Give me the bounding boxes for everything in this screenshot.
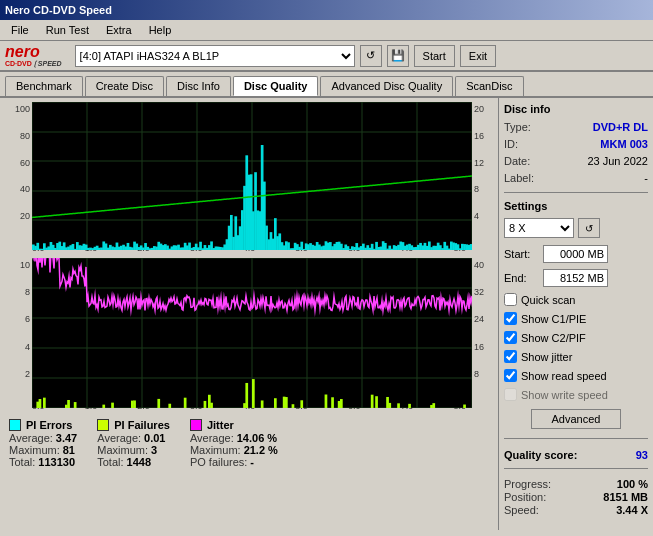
reload-button[interactable]: ↺: [360, 45, 382, 67]
upper-chart-canvas: [32, 102, 472, 250]
quality-row: Quality score: 93: [504, 449, 648, 461]
show-read-speed-checkbox[interactable]: [504, 369, 517, 382]
jitter-avg-value: 14.06 %: [237, 432, 277, 444]
exit-button[interactable]: Exit: [460, 45, 496, 67]
show-c2-pif-label: Show C2/PIF: [521, 332, 586, 344]
speed-select[interactable]: 8 X: [504, 218, 574, 238]
jitter-stats: Average: 14.06 % Maximum: 21.2 % PO fail…: [190, 432, 278, 468]
upper-y-left-40: 40: [20, 184, 30, 194]
jitter-color: [190, 419, 202, 431]
show-jitter-checkbox[interactable]: [504, 350, 517, 363]
settings-title: Settings: [504, 200, 648, 212]
disc-id-value: MKM 003: [600, 138, 648, 150]
tab-disc-info[interactable]: Disc Info: [166, 76, 231, 96]
advanced-button[interactable]: Advanced: [531, 409, 621, 429]
nero-logo-text: nero: [5, 44, 62, 60]
menu-help[interactable]: Help: [143, 22, 178, 38]
lower-chart-canvas: [32, 258, 472, 408]
disc-type-value: DVD+R DL: [593, 121, 648, 133]
pi-errors-label: PI Errors: [26, 419, 72, 431]
chart-area: 100 80 60 40 20 20 16 12 8 4 0.0: [0, 98, 498, 530]
tab-disc-quality[interactable]: Disc Quality: [233, 76, 319, 96]
menu-extra[interactable]: Extra: [100, 22, 138, 38]
speed-label: Speed:: [504, 504, 539, 516]
show-read-speed-label: Show read speed: [521, 370, 607, 382]
position-row: Position: 8151 MB: [504, 491, 648, 503]
pi-errors-stats: Average: 3.47 Maximum: 81 Total: 113130: [9, 432, 77, 468]
jitter-label: Jitter: [207, 419, 234, 431]
pi-failures-label: PI Failures: [114, 419, 170, 431]
show-c1-pie-checkbox[interactable]: [504, 312, 517, 325]
pi-failures-avg-value: 0.01: [144, 432, 165, 444]
speed-row-progress: Speed: 3.44 X: [504, 504, 648, 516]
quick-scan-checkbox[interactable]: [504, 293, 517, 306]
pi-failures-max-label: Maximum:: [97, 444, 148, 456]
pi-errors-total-label: Total:: [9, 456, 35, 468]
lower-y-left-2: 2: [25, 369, 30, 379]
upper-y-right-4: 4: [474, 211, 479, 221]
start-button[interactable]: Start: [414, 45, 455, 67]
show-c2-pif-row: Show C2/PIF: [504, 331, 648, 344]
side-panel: Disc info Type: DVD+R DL ID: MKM 003 Dat…: [498, 98, 653, 530]
tab-scandisc[interactable]: ScanDisc: [455, 76, 523, 96]
pi-errors-color: [9, 419, 21, 431]
pi-failures-color: [97, 419, 109, 431]
legend-pi-failures: PI Failures Average: 0.01 Maximum: 3 Tot…: [97, 419, 170, 468]
pi-failures-avg-label: Average:: [97, 432, 141, 444]
end-input[interactable]: [543, 269, 608, 287]
disc-type-row: Type: DVD+R DL: [504, 121, 648, 133]
disc-info-title: Disc info: [504, 103, 648, 115]
disc-label-value: -: [644, 172, 648, 184]
lower-y-right-40: 40: [474, 260, 484, 270]
pi-errors-total-value: 113130: [38, 456, 75, 468]
menu-run-test[interactable]: Run Test: [40, 22, 95, 38]
speed-value: 3.44 X: [616, 504, 648, 516]
toolbar: nero CD·DVD❲SPEED [4:0] ATAPI iHAS324 A …: [0, 41, 653, 72]
pi-failures-total-value: 1448: [127, 456, 151, 468]
drive-selector[interactable]: [4:0] ATAPI iHAS324 A BL1P: [75, 45, 355, 67]
lower-y-right-24: 24: [474, 314, 484, 324]
disc-date-label: Date:: [504, 155, 530, 167]
disc-label-row: Label: -: [504, 172, 648, 184]
lower-y-left-4: 4: [25, 342, 30, 352]
tab-create-disc[interactable]: Create Disc: [85, 76, 164, 96]
lower-y-left-6: 6: [25, 314, 30, 324]
quick-scan-row: Quick scan: [504, 293, 648, 306]
start-label: Start:: [504, 248, 539, 260]
show-c1-pie-label: Show C1/PIE: [521, 313, 586, 325]
quality-score-value: 93: [636, 449, 648, 461]
disc-id-row: ID: MKM 003: [504, 138, 648, 150]
title-bar: Nero CD-DVD Speed: [0, 0, 653, 20]
jitter-max-value: 21.2 %: [244, 444, 278, 456]
menu-bar: File Run Test Extra Help: [0, 20, 653, 41]
progress-section: Progress: 100 % Position: 8151 MB Speed:…: [504, 478, 648, 517]
progress-label: Progress:: [504, 478, 551, 490]
position-value: 8151 MB: [603, 491, 648, 503]
tab-benchmark[interactable]: Benchmark: [5, 76, 83, 96]
progress-value: 100 %: [617, 478, 648, 490]
disc-label-label: Label:: [504, 172, 534, 184]
quality-score-label: Quality score:: [504, 449, 577, 461]
disc-date-row: Date: 23 Jun 2022: [504, 155, 648, 167]
save-button[interactable]: 💾: [387, 45, 409, 67]
menu-file[interactable]: File: [5, 22, 35, 38]
lower-y-right-32: 32: [474, 287, 484, 297]
disc-type-label: Type:: [504, 121, 531, 133]
refresh-button[interactable]: ↺: [578, 218, 600, 238]
upper-y-right-16: 16: [474, 131, 484, 141]
upper-y-left-100: 100: [15, 104, 30, 114]
nero-logo-subtitle: CD·DVD❲SPEED: [5, 60, 62, 67]
position-label: Position:: [504, 491, 546, 503]
tab-advanced-disc-quality[interactable]: Advanced Disc Quality: [320, 76, 453, 96]
separator-1: [504, 192, 648, 193]
show-write-speed-label: Show write speed: [521, 389, 608, 401]
title-text: Nero CD-DVD Speed: [5, 4, 112, 16]
legend-jitter: Jitter Average: 14.06 % Maximum: 21.2 % …: [190, 419, 278, 468]
jitter-max-label: Maximum:: [190, 444, 241, 456]
show-write-speed-checkbox[interactable]: [504, 388, 517, 401]
pi-errors-avg-value: 3.47: [56, 432, 77, 444]
po-failures-label: PO failures:: [190, 456, 247, 468]
show-c2-pif-checkbox[interactable]: [504, 331, 517, 344]
pi-errors-max-value: 81: [63, 444, 75, 456]
start-input[interactable]: [543, 245, 608, 263]
